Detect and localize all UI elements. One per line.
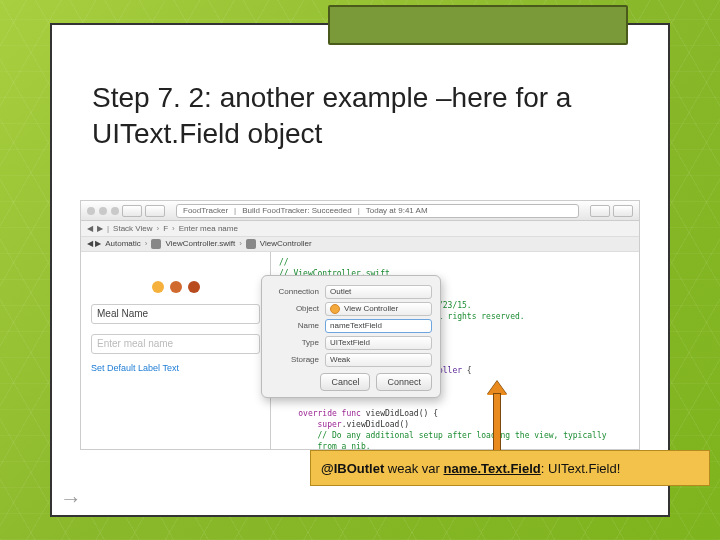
type-select[interactable]: UITextField [325, 336, 432, 350]
window-toolbar: FoodTracker | Build FoodTracker: Succeed… [81, 201, 639, 221]
object-select[interactable]: View Controller [325, 302, 432, 316]
storage-select[interactable]: Weak [325, 353, 432, 367]
meal-name-label: Meal Name [91, 304, 260, 324]
cancel-button[interactable]: Cancel [320, 373, 370, 391]
assistant-bar: ◀ ▶ Automatic › ViewController.swift › V… [81, 237, 639, 252]
set-default-button[interactable]: Set Default Label Text [91, 362, 260, 375]
project-name: FoodTracker [183, 205, 228, 216]
build-status: Build FoodTracker: Succeeded [242, 205, 352, 216]
jump-item[interactable]: Enter mea name [179, 223, 238, 234]
nav-forward-icon[interactable]: ▶ [97, 223, 103, 234]
traffic-lights[interactable] [87, 207, 119, 215]
name-label: Name [270, 320, 325, 331]
left-pane-header[interactable]: ◀ ▶ Automatic › ViewController.swift › V… [81, 237, 639, 251]
connection-label: Connection [270, 286, 325, 297]
meal-name-textfield[interactable]: Enter meal name [91, 334, 260, 354]
storage-label: Storage [270, 354, 325, 365]
build-time: Today at 9:41 AM [366, 205, 428, 216]
first-responder-icon[interactable] [170, 281, 182, 293]
callout-arrow [487, 381, 507, 453]
accent-bar [328, 5, 628, 45]
exit-icon[interactable] [188, 281, 200, 293]
slide-title: Step 7. 2: another example –here for a U… [92, 80, 628, 153]
file-name: ViewController.swift [165, 238, 235, 249]
xcode-screenshot: FoodTracker | Build FoodTracker: Succeed… [80, 200, 640, 450]
jump-item[interactable]: Stack View [113, 223, 152, 234]
name-input[interactable]: nameTextField [325, 319, 432, 333]
activity-status: FoodTracker | Build FoodTracker: Succeed… [176, 204, 579, 218]
class-name: ViewController [260, 238, 312, 249]
code-callout: @IBOutlet weak var name.Text.Field: UITe… [310, 450, 710, 486]
jump-item[interactable]: F [163, 223, 168, 234]
view-controller-icon[interactable] [152, 281, 164, 293]
run-button[interactable] [122, 205, 142, 217]
scene-dock[interactable] [87, 280, 264, 294]
connection-select[interactable]: Outlet [325, 285, 432, 299]
nav-back-icon[interactable]: ◀ [87, 223, 93, 234]
stop-button[interactable] [145, 205, 165, 217]
connect-button[interactable]: Connect [376, 373, 432, 391]
type-label: Type [270, 337, 325, 348]
connection-popover: Connection Outlet Object View Controller… [261, 275, 441, 398]
editor-toggle[interactable] [590, 205, 610, 217]
interface-builder-canvas[interactable]: Meal Name Enter meal name Set Default La… [81, 252, 271, 449]
jump-bar[interactable]: ◀ ▶ | Stack View › F › Enter mea name [81, 221, 639, 237]
prev-slide-icon[interactable]: → [60, 486, 82, 512]
callout-text: @IBOutlet weak var name.Text.Field: UITe… [321, 462, 620, 475]
object-label: Object [270, 303, 325, 314]
panel-toggle[interactable] [613, 205, 633, 217]
file-icon [151, 239, 161, 249]
class-icon [246, 239, 256, 249]
view-controller-dot-icon [330, 304, 340, 314]
automatic-label: Automatic [105, 238, 141, 249]
content-card: Step 7. 2: another example –here for a U… [50, 23, 670, 517]
